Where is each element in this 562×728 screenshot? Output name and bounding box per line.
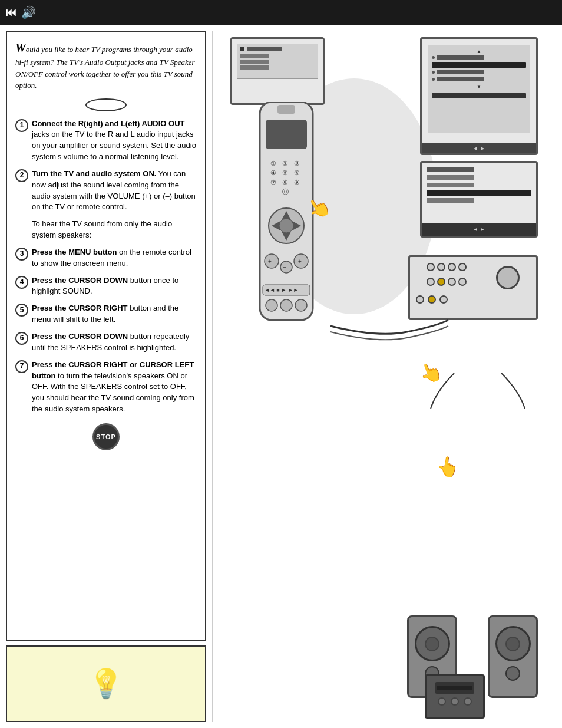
svg-text:③: ③ (294, 160, 300, 167)
svg-point-18 (279, 219, 293, 233)
drop-cap: W (15, 41, 26, 54)
tv-screen-1-inner (237, 44, 318, 79)
lightbulb-icon: 💡 (88, 667, 124, 700)
oval-button (85, 98, 127, 111)
left-panel: Would you like to hear TV programs throu… (6, 31, 206, 722)
tv-screen-3: ◄ ► (420, 161, 538, 238)
step-bold-5: Press the CURSOR RIGHT (32, 304, 128, 312)
svg-text:−: − (283, 264, 286, 271)
step-num-5: 5 (15, 304, 28, 317)
step-bold-3: Press the MENU button (32, 248, 117, 256)
hand-indicator-3: 👆 (435, 454, 462, 480)
tip-box: 💡 (6, 645, 206, 722)
amp-knob-1 (438, 697, 446, 706)
step-text-7: Press the CURSOR RIGHT or CURSOR LEFT bu… (32, 360, 197, 415)
step-num-3: 3 (15, 248, 28, 261)
menu-dot-1 (432, 56, 435, 59)
speaker-circle-left (415, 626, 450, 661)
svg-text:◄◄  ■  ►  ►►: ◄◄ ■ ► ►► (265, 287, 298, 293)
step-body-1: jacks on the TV to the R and L audio inp… (32, 130, 196, 161)
speaker-tweeter-right (505, 666, 520, 681)
step-num-1: 1 (15, 119, 28, 132)
header-bar: ⏮ 🔊 (0, 0, 562, 25)
svg-text:⑤: ⑤ (282, 169, 288, 176)
svg-rect-1 (277, 105, 295, 114)
svg-rect-2 (266, 120, 307, 149)
hand-indicator-2: 👆 (416, 358, 446, 387)
svg-text:⑥: ⑥ (294, 169, 300, 176)
step-bold-4: Press the CURSOR DOWN (32, 276, 128, 285)
svg-text:+: + (298, 258, 302, 265)
step-num-6: 6 (15, 332, 28, 345)
menu-dot-3 (432, 78, 435, 81)
speaker-inner-right (505, 637, 520, 651)
step-7: 7 Press the CURSOR RIGHT or CURSOR LEFT … (15, 360, 197, 415)
illustration: ▲ ▼ (212, 31, 556, 722)
step-num-4: 4 (15, 276, 28, 289)
svg-point-27 (266, 299, 277, 311)
step-num-2: 2 (15, 169, 28, 182)
svg-text:②: ② (282, 160, 288, 167)
tv-screen-2: ▲ ▼ (420, 37, 538, 155)
svg-text:①: ① (270, 160, 276, 167)
stop-badge: STOP (92, 423, 120, 450)
step-6: 6 Press the CURSOR DOWN button repeatedl… (15, 331, 197, 354)
menu-dot-2 (432, 71, 435, 74)
amp-display (435, 682, 474, 694)
menu-row-2 (432, 70, 526, 74)
speaker-circle-right (495, 626, 531, 661)
step-5: 5 Press the CURSOR RIGHT button and the … (15, 303, 197, 325)
step-bold-1: Connect the R(ight) and L(eft) AUDIO OUT (32, 119, 185, 128)
step-2: 2 Turn the TV and audio system ON. You c… (15, 169, 197, 213)
step-bold-2: Turn the TV and audio system ON. (32, 169, 156, 178)
svg-text:⑨: ⑨ (294, 179, 300, 186)
step-body-7: to turn the television's speakers ON or … (32, 371, 194, 414)
step-text-5: Press the CURSOR RIGHT button and the me… (32, 303, 197, 325)
step-text-4: Press the CURSOR DOWN button once to hig… (32, 275, 197, 298)
tv-bottom-bar: ◄ ► (422, 223, 536, 236)
svg-point-28 (280, 299, 292, 311)
step-text-3: Press the MENU button on the remote cont… (32, 247, 197, 269)
step-text-2: Turn the TV and audio system ON. You can… (32, 169, 197, 213)
svg-text:⑦: ⑦ (270, 179, 276, 186)
menu-row-1 (432, 55, 526, 60)
step-num-7: 7 (15, 360, 28, 373)
header-icon: ⏮ 🔊 (6, 5, 36, 19)
amp-knob-2 (451, 697, 459, 706)
step-4: 4 Press the CURSOR DOWN button once to h… (15, 275, 197, 298)
menu-row-3 (432, 77, 526, 81)
instruction-box: Would you like to hear TV programs throu… (6, 31, 206, 641)
step-1: 1 Connect the R(ight) and L(eft) AUDIO O… (15, 118, 197, 163)
rewind-icon: ⏮ (6, 6, 16, 19)
av-receiver (408, 255, 538, 320)
plain-text: To hear the TV sound from only the audio… (32, 219, 197, 241)
intro-body: ould you like to hear TV programs throug… (15, 45, 195, 90)
step-text-1: Connect the R(ight) and L(eft) AUDIO OUT… (32, 118, 197, 163)
menu-arrow-up: ▲ (432, 49, 526, 54)
amp-controls (427, 697, 483, 706)
amp-knob-3 (464, 697, 472, 706)
menu-arrow-down: ▼ (432, 84, 526, 90)
right-panel: ▲ ▼ (212, 31, 556, 722)
svg-point-23 (280, 261, 292, 273)
speaker-right (488, 615, 538, 698)
main-content: Would you like to hear TV programs throu… (0, 25, 562, 728)
svg-point-29 (295, 299, 307, 311)
stop-button-area: STOP (15, 423, 197, 450)
speaker-inner-left (425, 637, 439, 651)
speaker-icon: 🔊 (21, 5, 36, 19)
intro-text: Would you like to hear TV programs throu… (15, 39, 197, 91)
svg-text:+: + (268, 258, 272, 265)
step-text-6: Press the CURSOR DOWN button repeatedly … (32, 331, 197, 354)
amplifier (425, 674, 485, 719)
step-bold-6: Press the CURSOR DOWN (32, 332, 128, 341)
tv-screen-1 (230, 37, 325, 105)
svg-point-19 (265, 254, 279, 268)
tv-screen-2-inner: ▲ ▼ (428, 45, 530, 133)
step-3: 3 Press the MENU button on the remote co… (15, 247, 197, 269)
svg-text:④: ④ (270, 169, 276, 176)
svg-text:⓪: ⓪ (282, 188, 289, 195)
svg-text:⑧: ⑧ (282, 179, 288, 186)
